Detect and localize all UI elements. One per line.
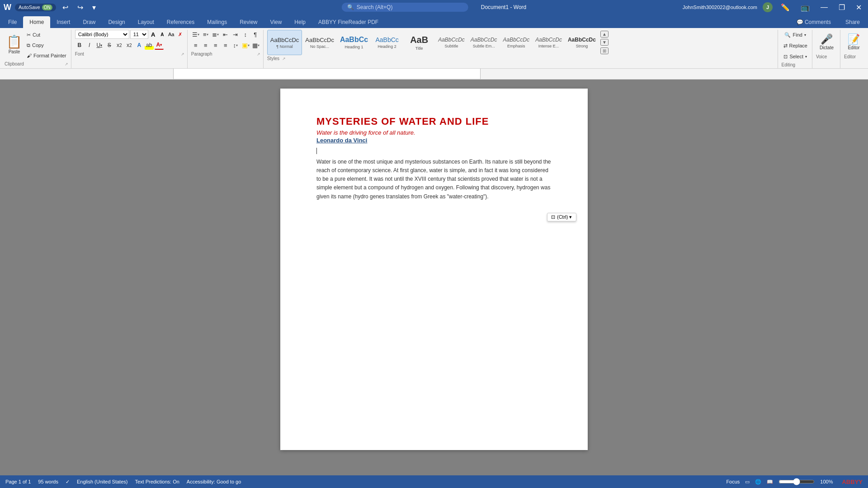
- bold-button[interactable]: B: [75, 41, 84, 50]
- paragraph-group: ☰▾ ≡▾ ≣▾ ⇤ ⇥ ↕ ¶ ≡ ≡ ≡ ≡ ↕▾ ▣▾ ▦▾: [189, 30, 264, 68]
- paragraph-expand[interactable]: ↗: [257, 52, 260, 56]
- sort-button[interactable]: ↕: [241, 30, 250, 39]
- tab-review[interactable]: Review: [233, 16, 264, 28]
- text-predictions-button[interactable]: Text Predictions: On: [135, 479, 179, 484]
- line-spacing-button[interactable]: ↕▾: [231, 41, 240, 50]
- undo-button[interactable]: ↩: [60, 3, 71, 12]
- paragraph-group-label: Paragraph: [191, 52, 212, 56]
- page-info[interactable]: Page 1 of 1: [5, 479, 31, 484]
- language-button[interactable]: English (United States): [77, 479, 128, 484]
- superscript-button[interactable]: x2: [125, 41, 134, 50]
- subscript-button[interactable]: x2: [115, 41, 124, 50]
- tab-design[interactable]: Design: [102, 16, 131, 28]
- dictate-button[interactable]: 🎤 Dictate: [816, 30, 837, 53]
- style-emphasis-button[interactable]: AaBbCcDc Emphasis: [500, 30, 533, 55]
- increase-indent-button[interactable]: ⇥: [231, 30, 240, 39]
- tab-references[interactable]: References: [160, 16, 201, 28]
- align-left-button[interactable]: ≡: [191, 41, 200, 50]
- clipboard-expand[interactable]: ↗: [65, 62, 68, 66]
- tab-mailings[interactable]: Mailings: [201, 16, 233, 28]
- shrink-font-button[interactable]: A: [158, 30, 166, 38]
- copy-button[interactable]: ⧉ Copy: [25, 40, 68, 50]
- restore-button[interactable]: ❐: [836, 3, 848, 12]
- style-title-button[interactable]: AaB Title: [403, 30, 435, 55]
- italic-button[interactable]: I: [85, 41, 94, 50]
- document-area[interactable]: MYSTERIES OF WATER AND LIFE Water is the…: [0, 80, 868, 475]
- justify-button[interactable]: ≡: [221, 41, 230, 50]
- align-right-button[interactable]: ≡: [211, 41, 220, 50]
- highlight-button[interactable]: ab: [145, 41, 154, 50]
- show-marks-button[interactable]: ¶: [251, 30, 260, 39]
- tab-draw[interactable]: Draw: [76, 16, 102, 28]
- underline-button[interactable]: U▾: [95, 41, 104, 50]
- font-family-select[interactable]: Calibri (Body): [75, 30, 129, 39]
- styles-expand[interactable]: ↗: [282, 56, 286, 61]
- paste-popup-label: (Ctrl) ▾: [557, 214, 572, 220]
- gallery-expand[interactable]: ⊞: [600, 47, 609, 54]
- style-subtitle-button[interactable]: AaBbCcDc Subtitle: [435, 30, 467, 55]
- style-normal-button[interactable]: AaBbCcDc ¶ Normal: [267, 30, 302, 55]
- bullets-button[interactable]: ☰▾: [191, 30, 200, 39]
- style-subtle-em-button[interactable]: AaBbCcDc Subtle Em...: [468, 30, 500, 55]
- tab-file[interactable]: File: [2, 16, 23, 28]
- word-count[interactable]: 95 words: [38, 479, 58, 484]
- tab-layout[interactable]: Layout: [132, 16, 160, 28]
- redo-button[interactable]: ↪: [75, 3, 86, 12]
- style-nospace-button[interactable]: AaBbCcDc No Spac...: [302, 30, 337, 55]
- tab-comments[interactable]: 💬 Comments: [790, 16, 837, 28]
- cut-button[interactable]: ✂ Cut: [25, 30, 68, 40]
- pen-icon-button[interactable]: ✏️: [778, 3, 793, 12]
- strikethrough-button[interactable]: S: [105, 41, 114, 50]
- borders-button[interactable]: ▦▾: [251, 41, 260, 50]
- grow-font-button[interactable]: A: [149, 30, 157, 38]
- font-expand[interactable]: ↗: [181, 52, 184, 56]
- style-h2-button[interactable]: AaBbCc Heading 2: [371, 30, 403, 55]
- tab-help[interactable]: Help: [288, 16, 312, 28]
- font-size-select[interactable]: 11: [130, 30, 148, 39]
- document-body[interactable]: Water is one of the most unique and myst…: [316, 158, 552, 201]
- editor-icon: 📝: [848, 33, 860, 45]
- customize-qat-button[interactable]: ▾: [90, 3, 99, 12]
- select-button[interactable]: ⊡ Select ▾: [782, 52, 809, 61]
- search-bar[interactable]: 🔍 Search (Alt+Q): [342, 3, 468, 12]
- document-heading: MYSTERIES OF WATER AND LIFE: [316, 116, 552, 127]
- decrease-indent-button[interactable]: ⇤: [221, 30, 230, 39]
- gallery-scroll-down[interactable]: ▼: [600, 39, 609, 46]
- change-case-button[interactable]: Aa: [167, 30, 175, 38]
- accessibility-button[interactable]: Accessibility: Good to go: [187, 479, 241, 484]
- paste-popup[interactable]: ⊡ (Ctrl) ▾: [547, 213, 576, 221]
- shading-button[interactable]: ▣▾: [241, 41, 250, 50]
- align-center-button[interactable]: ≡: [201, 41, 210, 50]
- autosave-toggle[interactable]: ON: [42, 5, 52, 10]
- style-strong-button[interactable]: AaBbCcDc Strong: [565, 30, 599, 55]
- read-mode-button[interactable]: 📖: [767, 479, 773, 485]
- gallery-scroll-up[interactable]: ▲: [600, 31, 609, 38]
- zoom-slider[interactable]: [778, 478, 815, 485]
- tab-view[interactable]: View: [264, 16, 288, 28]
- tab-insert[interactable]: Insert: [50, 16, 76, 28]
- replace-button[interactable]: ⇄ Replace: [782, 41, 809, 51]
- clear-format-button[interactable]: ✗: [176, 30, 184, 38]
- broadcast-button[interactable]: 📺: [798, 3, 812, 12]
- paste-button[interactable]: 📋 Paste: [5, 33, 24, 57]
- focus-button[interactable]: Focus: [726, 479, 740, 484]
- tab-home[interactable]: Home: [23, 16, 50, 28]
- style-intense-em-button[interactable]: AaBbCcDc Intense E...: [533, 30, 565, 55]
- tab-share[interactable]: Share: [839, 16, 866, 28]
- tab-abbyy[interactable]: ABBYY FineReader PDF: [312, 16, 385, 28]
- multilevel-button[interactable]: ≣▾: [211, 30, 220, 39]
- paste-label: Paste: [9, 49, 20, 54]
- select-icon: ⊡: [783, 54, 788, 60]
- text-effects-button[interactable]: A: [135, 41, 144, 50]
- numbering-button[interactable]: ≡▾: [201, 30, 210, 39]
- editor-button[interactable]: 📝 Editor: [844, 30, 863, 53]
- style-h1-button[interactable]: AaBbCc Heading 1: [337, 30, 371, 55]
- minimize-button[interactable]: —: [818, 3, 830, 11]
- close-button[interactable]: ✕: [853, 3, 864, 12]
- spell-check-icon[interactable]: ✓: [66, 479, 70, 485]
- format-painter-button[interactable]: 🖌 Format Painter: [25, 51, 68, 61]
- font-color-button[interactable]: A▾: [155, 41, 164, 50]
- find-button[interactable]: 🔍 Find ▾: [783, 30, 807, 40]
- web-layout-button[interactable]: 🌐: [755, 479, 761, 485]
- print-layout-button[interactable]: ▭: [745, 479, 750, 485]
